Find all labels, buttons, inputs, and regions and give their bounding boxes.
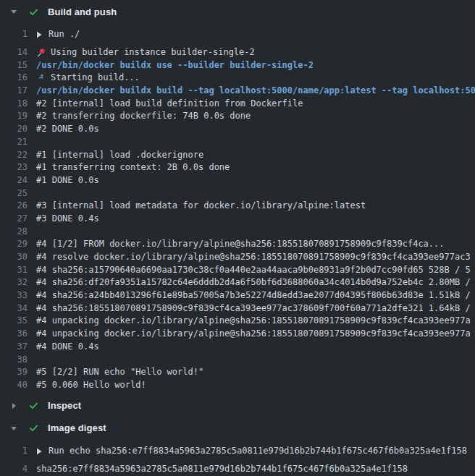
line-number[interactable]: 23 [0,161,28,174]
log-line: 20#2 DONE 0.0s [0,123,475,136]
chevron-down-icon[interactable] [10,8,17,15]
line-number[interactable]: 39 [0,366,28,379]
line-number[interactable]: 40 [0,379,28,392]
log-line-body: #4 [1/2] FROM docker.io/library/alpine@s… [36,238,445,251]
log-line-text: #5 0.060 Hello world! [36,379,146,392]
log-line-body: sha256:e7ff8834a5963a2785c5a0811e979d16b… [36,463,408,476]
line-number[interactable]: 14 [0,46,28,59]
expand-group-icon[interactable] [36,31,42,38]
line-number[interactable]: 30 [0,251,28,264]
log-line: 4sha256:e7ff8834a5963a2785c5a0811e979d16… [0,463,475,476]
line-number[interactable]: 18 [0,98,28,111]
line-number[interactable]: 21 [0,136,28,149]
log-line-body: #2 [internal] load build definition from… [36,98,303,111]
line-number[interactable]: 20 [0,123,28,136]
log-line: 17/usr/bin/docker buildx build --tag loc… [0,85,475,98]
log-line-text: #3 DONE 0.4s [36,213,99,226]
line-number[interactable]: 1 [0,445,28,458]
line-number[interactable]: 38 [0,354,28,367]
log-line-body: #4 sha256:185518070891758909c9f839cf4ca3… [36,302,471,315]
log-line-text: #1 [internal] load .dockerignore [36,149,203,162]
log-line-body: #1 DONE 0.0s [36,174,99,187]
section-header-build-and-push[interactable]: Build and push [0,0,475,23]
log-line: 28 [0,226,475,239]
log-line-text: #2 [internal] load build definition from… [36,98,303,111]
log-line: 37#4 DONE 0.4s [0,341,475,354]
log-line: 31#4 sha256:a15790640a6690aa1730c38cf0a4… [0,264,475,277]
log-line-text: #4 unpacking docker.io/library/alpine@sh… [36,328,471,341]
line-number[interactable]: 29 [0,238,28,251]
line-number[interactable]: 36 [0,328,28,341]
log-line-body: #4 sha256:df20fa9351a15782c64e6dddb2d4a6… [36,276,471,289]
log-line: 15/usr/bin/docker buildx use --builder b… [0,59,475,72]
log-line-text: /usr/bin/docker buildx use --builder bui… [36,59,314,72]
line-number[interactable]: 28 [0,226,28,239]
line-number[interactable]: 27 [0,213,28,226]
log-group-line[interactable]: 1Run echo sha256:e7ff8834a5963a2785c5a08… [0,444,475,459]
log-line-text: #1 transferring context: 2B 0.0s done [36,161,230,174]
log-line-body: #1 [internal] load .dockerignore [36,149,203,162]
line-number[interactable]: 32 [0,276,28,289]
log-line-text: #4 [1/2] FROM docker.io/library/alpine@s… [36,238,445,251]
workflow-log-viewer: Build and push1Run ./14Using builder ins… [0,0,475,476]
section-title: Image digest [48,422,106,433]
log-line-body: #4 sha256:a15790640a6690aa1730c38cf0a440… [36,264,471,277]
log-line-text: Starting build... [51,72,140,85]
section-header-inspect[interactable]: Inspect [0,395,475,417]
log-line-body: #3 DONE 0.4s [36,213,99,226]
line-number[interactable]: 24 [0,174,28,187]
line-number[interactable]: 34 [0,302,28,315]
log-line: 39#5 [2/2] RUN echo "Hello world!" [0,366,475,379]
line-number[interactable]: 15 [0,59,28,72]
log-line-text: #2 transferring dockerfile: 74B 0.0s don… [36,110,251,123]
log-line: 30#4 resolve docker.io/library/alpine@sh… [0,251,475,264]
line-number[interactable]: 1 [0,28,28,41]
line-number[interactable]: 31 [0,264,28,277]
log-line-text: #4 sha256:a15790640a6690aa1730c38cf0a440… [36,264,471,277]
log-line-text: Using builder instance builder-single-2 [51,46,255,59]
log-line: 14Using builder instance builder-single-… [0,46,475,59]
log-line: 38 [0,354,475,367]
section-lines-image-digest: 1Run echo sha256:e7ff8834a5963a2785c5a08… [0,440,475,476]
log-line-body: /usr/bin/docker buildx build --tag local… [36,85,475,98]
log-line-text: #4 unpacking docker.io/library/alpine@sh… [36,315,471,328]
log-line-text: Run ./ [49,28,80,41]
log-line-text: #3 [internal] load metadata for docker.i… [36,200,366,213]
line-number[interactable]: 22 [0,149,28,162]
check-success-icon [28,400,39,411]
section-lines-build-and-push: 1Run ./14Using builder instance builder-… [0,23,475,395]
line-number[interactable]: 37 [0,341,28,354]
log-line: 35#4 unpacking docker.io/library/alpine@… [0,315,475,328]
section-header-image-digest[interactable]: Image digest [0,417,475,440]
log-line-body: /usr/bin/docker buildx use --builder bui… [36,59,314,72]
log-line-text: /usr/bin/docker buildx build --tag local… [36,85,475,98]
check-success-icon [28,422,39,433]
chevron-down-icon[interactable] [10,425,17,432]
line-number[interactable]: 19 [0,110,28,123]
log-group-line[interactable]: 1Run ./ [0,27,475,42]
line-number[interactable]: 35 [0,315,28,328]
line-number[interactable]: 4 [0,463,28,476]
log-line: 32#4 sha256:df20fa9351a15782c64e6dddb2d4… [0,276,475,289]
log-line: 29#4 [1/2] FROM docker.io/library/alpine… [0,238,475,251]
log-line: 23#1 transferring context: 2B 0.0s done [0,161,475,174]
log-line-body: #4 unpacking docker.io/library/alpine@sh… [36,315,471,328]
expand-group-icon[interactable] [36,448,42,455]
pushpin-icon [36,48,46,57]
section-title: Inspect [48,400,81,411]
log-line-text: Run echo sha256:e7ff8834a5963a2785c5a081… [49,445,467,458]
line-number[interactable]: 33 [0,289,28,302]
log-line: 21 [0,136,475,149]
log-line: 34#4 sha256:185518070891758909c9f839cf4c… [0,302,475,315]
log-line-text: #4 sha256:a24bb4013296f61e89ba57005a7b3e… [36,289,471,302]
line-number[interactable]: 16 [0,72,28,85]
line-number[interactable]: 26 [0,200,28,213]
log-line-body: #3 [internal] load metadata for docker.i… [36,200,366,213]
log-line-body: #2 transferring dockerfile: 74B 0.0s don… [36,110,251,123]
log-line-body: Run echo sha256:e7ff8834a5963a2785c5a081… [36,445,467,458]
log-line-text: #1 DONE 0.0s [36,174,99,187]
line-number[interactable]: 25 [0,187,28,200]
chevron-right-icon[interactable] [10,402,17,409]
runner-icon [36,74,46,83]
line-number[interactable]: 17 [0,85,28,98]
